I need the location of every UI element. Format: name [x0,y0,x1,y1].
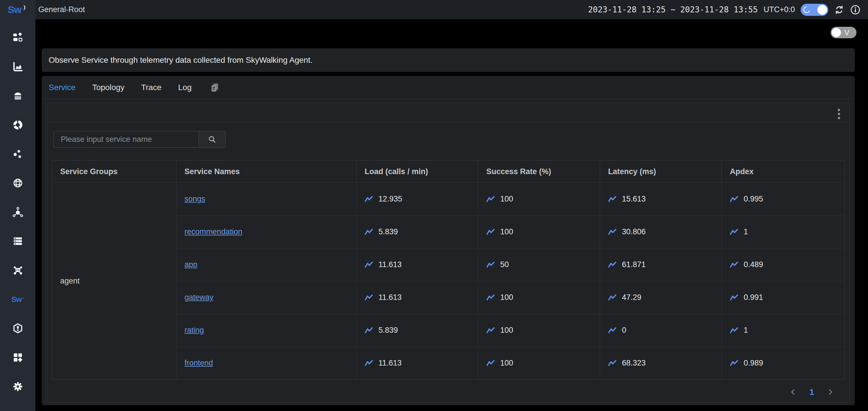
trend-chart-icon[interactable] [608,261,617,268]
settings-gear-icon[interactable] [11,380,24,393]
success-rate-value: 100 [500,359,513,368]
trend-chart-icon[interactable] [486,294,495,301]
service-name-cell: app [177,248,356,281]
mesh-node-icon[interactable] [11,264,24,277]
success-rate-cell: 100 [478,314,600,347]
success-rate-cell: 100 [478,347,600,379]
trend-chart-icon[interactable] [365,327,373,334]
chevron-right-icon[interactable] [826,388,834,396]
success-rate-cell: 100 [478,281,600,314]
trend-chart-icon[interactable] [730,359,739,367]
service-link[interactable]: recommendation [184,227,242,236]
service-name-cell: songs [177,183,356,215]
kebab-menu-icon[interactable] [836,107,842,121]
latency-value: 0 [622,326,626,335]
info-icon[interactable] [850,5,861,15]
scatter-dots-icon[interactable] [11,148,24,160]
load-cell: 11.613 [356,281,478,314]
trend-chart-icon[interactable] [365,261,373,268]
success-rate-value: 100 [500,326,513,335]
layer-stack-icon[interactable] [11,90,24,102]
latency-cell: 15.613 [600,183,722,215]
service-link[interactable]: gateway [184,293,214,302]
trend-chart-icon[interactable] [486,261,495,268]
success-rate-value: 100 [500,227,513,236]
service-name-cell: rating [177,314,356,347]
view-toggle-label: V [844,28,849,37]
latency-cell: 61.871 [600,248,722,281]
apdex-value: 0.989 [744,359,763,368]
trend-chart-icon[interactable] [486,228,495,236]
service-name-cell: frontend [177,347,356,379]
topbar: General-Root 2023-11-28 13:25 ~ 2023-11-… [35,0,868,19]
dashboard-new-icon[interactable] [11,351,24,364]
trend-chart-icon[interactable] [730,327,739,334]
trend-chart-icon[interactable] [365,359,373,367]
cube-network-icon[interactable] [11,206,24,218]
page-number[interactable]: 1 [809,387,814,397]
trend-chart-icon[interactable] [608,359,617,367]
apdex-cell: 0.989 [722,347,844,379]
tab-trace[interactable]: Trace [141,83,161,92]
app-logo[interactable]: Sw [0,0,35,19]
server-list-icon[interactable] [11,235,24,248]
service-group-cell: agent [52,183,177,379]
load-cell: 5.839 [356,215,478,248]
alert-hexagon-icon[interactable] [11,322,24,335]
view-mode-toggle[interactable]: V [831,27,857,38]
col-load: Load (calls / min) [356,161,478,183]
trend-chart-icon[interactable] [486,359,495,367]
trend-chart-icon[interactable] [730,228,739,236]
donut-chart-icon[interactable] [11,119,24,131]
apdex-cell: 1 [722,314,844,347]
trend-chart-icon[interactable] [730,195,739,203]
service-name-cell: recommendation [177,215,356,248]
globe-icon[interactable] [11,177,24,189]
service-table: Service Groups Service Names Load (calls… [52,160,845,380]
col-latency: Latency (ms) [600,161,722,183]
search-input[interactable] [54,131,198,148]
trend-chart-icon[interactable] [486,327,495,334]
latency-value: 30.806 [622,227,646,236]
tab-log[interactable]: Log [178,83,192,92]
load-cell: 11.613 [356,347,478,379]
refresh-icon[interactable] [834,5,844,15]
search-button[interactable] [198,131,226,148]
service-link[interactable]: frontend [184,359,213,368]
apdex-value: 1 [744,326,748,335]
trend-chart-icon[interactable] [608,294,617,301]
documents-icon[interactable] [210,83,220,92]
service-list-panel: Service Groups Service Names Load (calls… [47,103,849,403]
trend-chart-icon[interactable] [486,195,495,203]
trend-chart-icon[interactable] [365,294,373,301]
service-link[interactable]: app [184,260,197,269]
load-cell: 5.839 [356,314,478,347]
apdex-value: 0.995 [744,195,763,203]
service-link[interactable]: songs [184,195,205,203]
col-service-groups: Service Groups [52,161,177,183]
apdex-value: 0.991 [744,293,763,302]
trend-chart-icon[interactable] [608,327,617,334]
bar-chart-icon[interactable] [11,60,24,73]
trend-chart-icon[interactable] [730,261,739,268]
chevron-left-icon[interactable] [789,388,797,396]
tab-topology[interactable]: Topology [92,83,124,92]
tab-service[interactable]: Service [49,83,75,92]
load-cell: 12.935 [356,183,478,215]
apdex-cell: 0.489 [722,248,844,281]
time-range-picker[interactable]: 2023-11-28 13:25 ~ 2023-11-28 13:55 [588,5,758,14]
sidebar: Sw Sw [0,0,35,411]
logo-text: Sw [8,4,21,15]
trend-chart-icon[interactable] [365,195,373,203]
apdex-cell: 0.991 [722,281,844,314]
trend-chart-icon[interactable] [608,228,617,236]
service-link[interactable]: rating [184,326,204,335]
skywalking-logo-icon[interactable]: Sw [11,293,24,306]
latency-cell: 68.323 [600,347,722,379]
dark-mode-toggle[interactable] [801,4,828,16]
main-content: V Observe Service through telemetry data… [35,19,868,411]
trend-chart-icon[interactable] [730,294,739,301]
trend-chart-icon[interactable] [608,195,617,203]
trend-chart-icon[interactable] [365,228,373,236]
marketplace-grid-icon[interactable] [11,31,24,44]
